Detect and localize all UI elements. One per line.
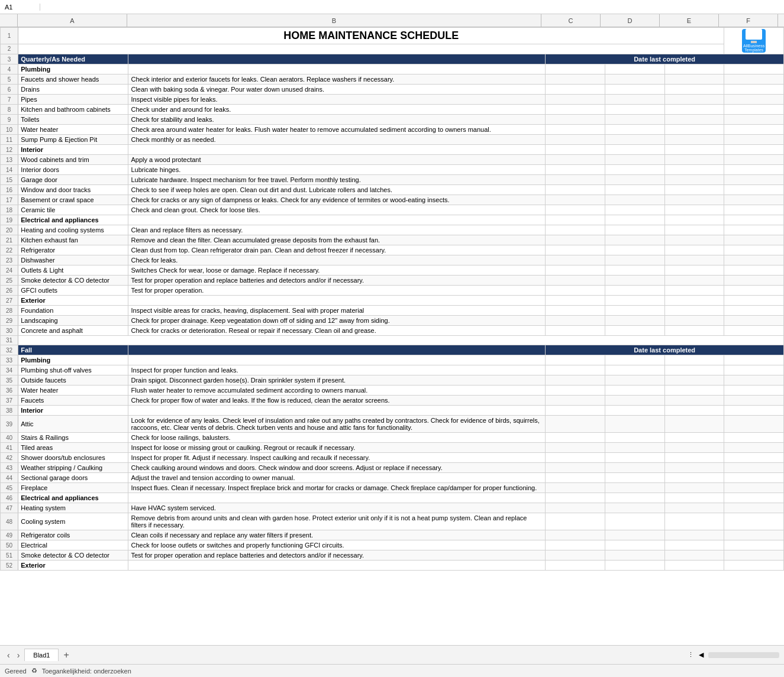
sheet-tab-blad1[interactable]: Blad1 <box>24 649 59 661</box>
date-cell[interactable] <box>605 95 664 105</box>
date-cell[interactable] <box>546 530 605 540</box>
date-cell[interactable] <box>546 276 605 286</box>
date-cell[interactable] <box>605 396 664 406</box>
date-cell[interactable] <box>724 115 784 125</box>
date-cell[interactable] <box>546 245 605 255</box>
date-cell[interactable] <box>546 205 605 215</box>
date-cell[interactable] <box>724 433 784 443</box>
date-cell[interactable] <box>605 245 664 255</box>
date-cell[interactable] <box>664 205 724 215</box>
date-cell[interactable] <box>605 125 664 135</box>
date-cell[interactable] <box>605 185 664 195</box>
date-cell[interactable] <box>605 473 664 483</box>
date-cell[interactable] <box>546 316 605 326</box>
date-cell[interactable] <box>664 185 724 195</box>
date-cell[interactable] <box>664 175 724 185</box>
date-cell[interactable] <box>724 306 784 316</box>
date-cell[interactable] <box>724 326 784 336</box>
date-cell[interactable] <box>546 503 605 513</box>
date-cell[interactable] <box>724 105 784 115</box>
add-sheet-btn[interactable]: + <box>61 649 71 662</box>
date-cell[interactable] <box>546 375 605 386</box>
date-cell[interactable] <box>724 443 784 453</box>
date-cell[interactable] <box>724 95 784 105</box>
date-cell[interactable] <box>724 135 784 145</box>
date-cell[interactable] <box>546 165 605 175</box>
date-cell[interactable] <box>664 530 724 540</box>
date-cell[interactable] <box>605 85 664 95</box>
date-cell[interactable] <box>664 245 724 255</box>
date-cell[interactable] <box>724 453 784 463</box>
date-cell[interactable] <box>546 443 605 453</box>
date-cell[interactable] <box>664 463 724 473</box>
date-cell[interactable] <box>605 195 664 205</box>
scroll-left-btn[interactable]: ◀ <box>699 651 704 659</box>
date-cell[interactable] <box>605 105 664 115</box>
date-cell[interactable] <box>546 550 605 561</box>
date-cell[interactable] <box>724 74 784 85</box>
date-cell[interactable] <box>664 386 724 396</box>
date-cell[interactable] <box>605 74 664 85</box>
date-cell[interactable] <box>546 433 605 443</box>
date-cell[interactable] <box>724 503 784 513</box>
prev-sheet-btn[interactable]: ‹ <box>5 649 12 661</box>
date-cell[interactable] <box>605 316 664 326</box>
date-cell[interactable] <box>724 155 784 165</box>
date-cell[interactable] <box>664 85 724 95</box>
date-cell[interactable] <box>546 306 605 316</box>
date-cell[interactable] <box>605 255 664 265</box>
date-cell[interactable] <box>546 155 605 165</box>
date-cell[interactable] <box>664 550 724 561</box>
date-cell[interactable] <box>724 365 784 375</box>
date-cell[interactable] <box>664 286 724 296</box>
options-icon[interactable]: ⋮ <box>688 651 694 659</box>
spreadsheet-grid[interactable]: 1 HOME MAINTENANCE SCHEDULE AllBusinessT… <box>0 27 784 645</box>
date-cell[interactable] <box>546 105 605 115</box>
date-cell[interactable] <box>664 276 724 286</box>
date-cell[interactable] <box>724 540 784 550</box>
date-cell[interactable] <box>605 463 664 473</box>
date-cell[interactable] <box>546 513 605 530</box>
date-cell[interactable] <box>724 255 784 265</box>
date-cell[interactable] <box>664 396 724 406</box>
date-cell[interactable] <box>724 550 784 561</box>
date-cell[interactable] <box>724 316 784 326</box>
date-cell[interactable] <box>724 530 784 540</box>
date-cell[interactable] <box>546 175 605 185</box>
horizontal-scrollbar[interactable] <box>708 652 779 658</box>
date-cell[interactable] <box>664 483 724 493</box>
date-cell[interactable] <box>664 375 724 386</box>
date-cell[interactable] <box>724 463 784 473</box>
date-cell[interactable] <box>605 286 664 296</box>
date-cell[interactable] <box>605 306 664 316</box>
date-cell[interactable] <box>664 235 724 245</box>
date-cell[interactable] <box>546 286 605 296</box>
date-cell[interactable] <box>546 326 605 336</box>
date-cell[interactable] <box>605 175 664 185</box>
date-cell[interactable] <box>664 265 724 276</box>
date-cell[interactable] <box>664 326 724 336</box>
date-cell[interactable] <box>546 255 605 265</box>
date-cell[interactable] <box>546 235 605 245</box>
date-cell[interactable] <box>664 115 724 125</box>
date-cell[interactable] <box>605 235 664 245</box>
date-cell[interactable] <box>605 503 664 513</box>
date-cell[interactable] <box>724 416 784 433</box>
date-cell[interactable] <box>724 265 784 276</box>
date-cell[interactable] <box>724 225 784 235</box>
date-cell[interactable] <box>724 276 784 286</box>
date-cell[interactable] <box>546 365 605 375</box>
date-cell[interactable] <box>724 396 784 406</box>
date-cell[interactable] <box>546 463 605 473</box>
date-cell[interactable] <box>724 513 784 530</box>
date-cell[interactable] <box>724 175 784 185</box>
date-cell[interactable] <box>724 205 784 215</box>
date-cell[interactable] <box>664 453 724 463</box>
date-cell[interactable] <box>664 416 724 433</box>
date-cell[interactable] <box>664 105 724 115</box>
date-cell[interactable] <box>605 165 664 175</box>
accessibility-icon[interactable]: ♻ <box>31 667 37 675</box>
date-cell[interactable] <box>724 375 784 386</box>
date-cell[interactable] <box>546 265 605 276</box>
date-cell[interactable] <box>664 155 724 165</box>
